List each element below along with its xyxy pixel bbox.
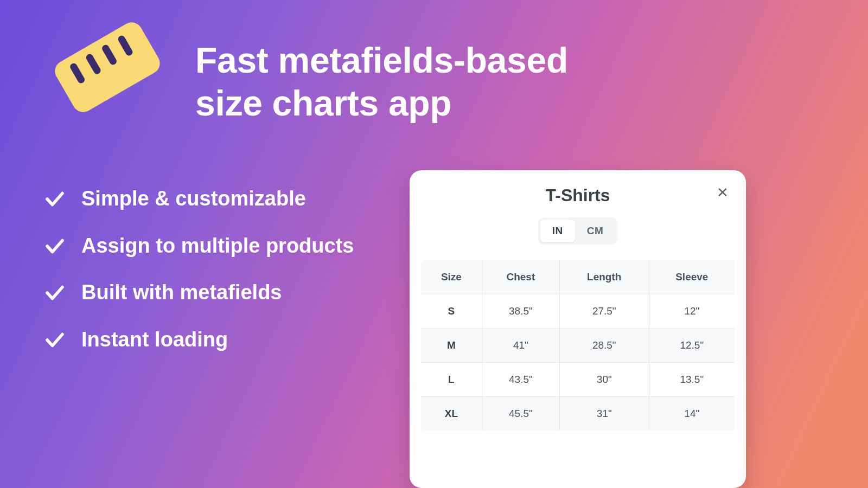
feature-text: Simple & customizable: [81, 185, 306, 212]
cell-chest: 38.5": [482, 294, 559, 329]
unit-cm-button[interactable]: CM: [575, 220, 616, 242]
size-chart-card: T-Shirts ✕ IN CM Size Chest Length Sleev…: [410, 170, 746, 488]
check-icon: [43, 281, 66, 304]
cell-sleeve: 13.5": [649, 363, 735, 397]
cell-length: 30": [559, 363, 649, 397]
cell-chest: 43.5": [482, 363, 559, 397]
table-row: L 43.5" 30" 13.5": [421, 363, 735, 397]
col-length: Length: [559, 260, 649, 294]
cell-length: 27.5": [559, 294, 649, 329]
cell-sleeve: 14": [649, 397, 735, 431]
cell-sleeve: 12": [649, 294, 735, 329]
feature-item: Built with metafields: [43, 279, 380, 306]
cell-chest: 41": [482, 329, 559, 363]
close-icon[interactable]: ✕: [716, 185, 730, 200]
cell-size: L: [421, 363, 482, 397]
check-icon: [43, 235, 66, 258]
cell-size: S: [421, 294, 482, 329]
cell-length: 31": [559, 397, 649, 431]
ruler-icon: [51, 18, 164, 116]
card-title: T-Shirts: [420, 185, 735, 206]
cell-size: XL: [421, 397, 482, 431]
cell-size: M: [421, 329, 482, 363]
cell-chest: 45.5": [482, 397, 559, 431]
page-headline: Fast metafields-based size charts app: [195, 39, 568, 125]
feature-item: Instant loading: [43, 326, 380, 353]
check-icon: [43, 329, 66, 351]
col-sleeve: Sleeve: [649, 260, 735, 294]
col-size: Size: [421, 260, 482, 294]
cell-length: 28.5": [559, 329, 649, 363]
unit-toggle: IN CM: [420, 217, 735, 245]
headline-line1: Fast metafields-based: [195, 40, 568, 80]
check-icon: [43, 188, 66, 210]
table-row: XL 45.5" 31" 14": [421, 397, 735, 431]
unit-inches-button[interactable]: IN: [540, 220, 575, 242]
col-chest: Chest: [482, 260, 559, 294]
size-table: Size Chest Length Sleeve S 38.5" 27.5" 1…: [420, 260, 735, 431]
feature-list: Simple & customizable Assign to multiple…: [43, 185, 380, 353]
headline-line2: size charts app: [195, 83, 451, 123]
table-row: M 41" 28.5" 12.5": [421, 329, 735, 363]
table-row: S 38.5" 27.5" 12": [421, 294, 735, 329]
feature-text: Instant loading: [81, 326, 228, 353]
feature-text: Built with metafields: [81, 279, 282, 306]
cell-sleeve: 12.5": [649, 329, 735, 363]
feature-item: Simple & customizable: [43, 185, 380, 212]
feature-text: Assign to multiple products: [81, 233, 354, 259]
feature-item: Assign to multiple products: [43, 233, 380, 259]
